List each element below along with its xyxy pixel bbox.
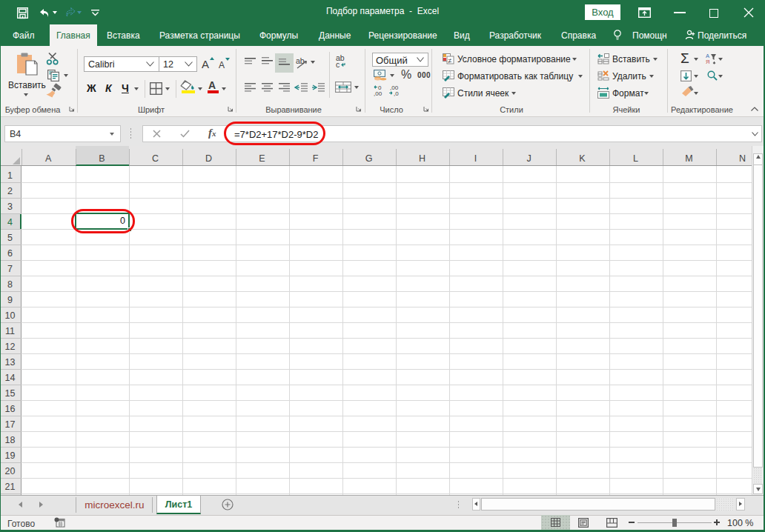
svg-text:Я: Я bbox=[706, 59, 709, 65]
svg-text:≠: ≠ bbox=[448, 57, 452, 64]
svg-text:c: c bbox=[336, 60, 340, 69]
svg-text:,00: ,00 bbox=[374, 90, 382, 97]
svg-text:,0: ,0 bbox=[394, 90, 399, 97]
